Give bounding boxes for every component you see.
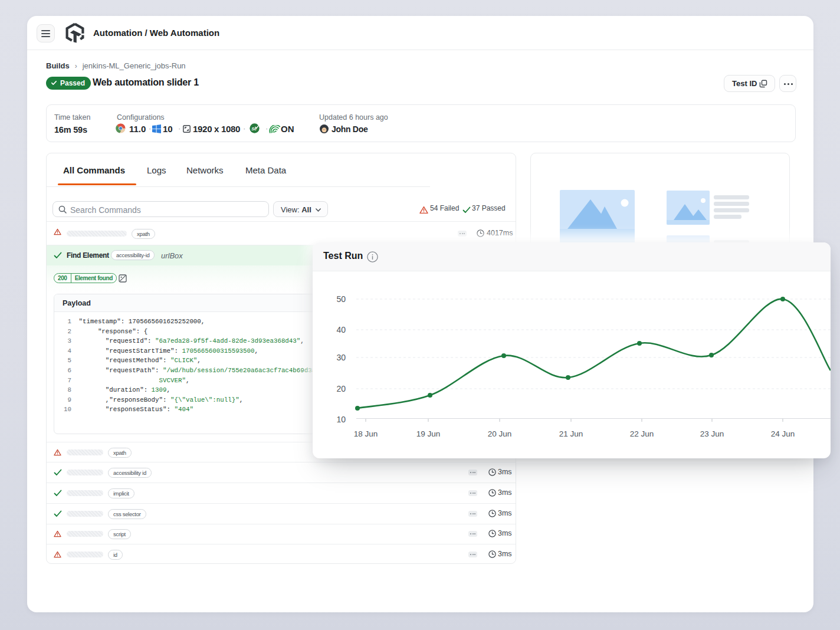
svg-text:21 Jun: 21 Jun xyxy=(559,429,583,438)
svg-text:23 Jun: 23 Jun xyxy=(700,429,724,438)
svg-text:40: 40 xyxy=(336,325,346,334)
svg-text:19 Jun: 19 Jun xyxy=(416,429,441,438)
svg-text:50: 50 xyxy=(336,294,346,304)
svg-text:10: 10 xyxy=(336,415,346,424)
svg-text:22 Jun: 22 Jun xyxy=(630,429,654,438)
svg-text:Se: Se xyxy=(251,126,257,132)
svg-text:20: 20 xyxy=(336,384,346,393)
svg-text:18 Jun: 18 Jun xyxy=(354,429,378,438)
svg-text:30: 30 xyxy=(336,353,346,362)
svg-text:24 Jun: 24 Jun xyxy=(771,429,795,438)
svg-text:20 Jun: 20 Jun xyxy=(488,429,512,438)
